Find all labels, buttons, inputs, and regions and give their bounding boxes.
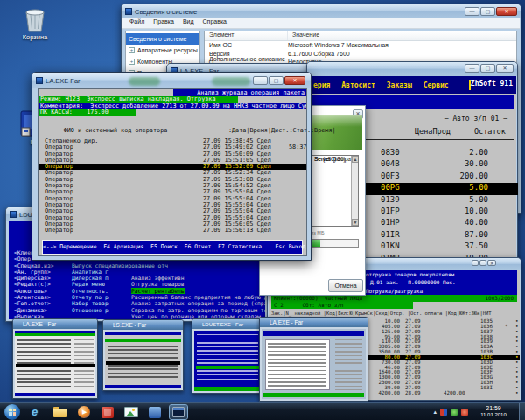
menu-item[interactable]: ерия bbox=[313, 81, 330, 89]
taskbar-media-player-icon[interactable]: ▶ bbox=[75, 405, 93, 419]
system-info-menubar: ФайлПравкаВидСправка bbox=[122, 18, 520, 29]
mini-title: LDUST.EXE - Far bbox=[202, 322, 243, 327]
price-row[interactable]: 00F3 200.00 1.0000 bbox=[366, 172, 518, 183]
system-info-icon bbox=[125, 8, 132, 15]
taskbar-console-active-icon[interactable] bbox=[170, 405, 187, 419]
desktop-icon-recycle-bin[interactable]: Корзина bbox=[10, 5, 60, 41]
column-price: ЦенаПрод bbox=[415, 127, 451, 136]
system-tray: ▴ 21:59 11.01.2010 bbox=[433, 403, 525, 420]
maximize-button[interactable] bbox=[480, 260, 486, 266]
menu-row[interactable]: <Редакт(с)> Редак меню Отгрузка товаров bbox=[9, 281, 265, 287]
cancel-button[interactable]: Отмена bbox=[328, 279, 363, 292]
mini-titlebar[interactable]: LS.EXE - Far bbox=[103, 320, 183, 330]
price-row[interactable]: 004B 30.00 4.0000 bbox=[366, 159, 518, 171]
close-button[interactable]: ✕ bbox=[496, 7, 517, 16]
maximize-button[interactable]: ▢ bbox=[480, 7, 495, 16]
system-info-window-controls: — ▢ ✕ bbox=[464, 7, 517, 16]
show-desktop-button[interactable] bbox=[519, 403, 525, 420]
console-icon bbox=[106, 323, 111, 328]
menu-item[interactable]: Вид bbox=[183, 18, 194, 24]
system-info-titlebar[interactable]: Сведения о системе bbox=[122, 4, 521, 18]
mini-window-ls[interactable]: LS.EXE - Far bbox=[102, 319, 184, 391]
price-row[interactable]: 01IR 87.00 1.0000 bbox=[366, 230, 518, 242]
maximize-button[interactable]: ▢ bbox=[480, 64, 495, 73]
nav-item[interactable]: + Аппаратные ресурсы bbox=[126, 45, 200, 56]
component-list-item[interactable]: (x86) bbox=[323, 156, 336, 162]
operator-log-list: Степаненко дир. 27.09 15:38:45 Сдел Опер… bbox=[38, 138, 306, 234]
console-icon bbox=[36, 77, 43, 84]
mini-window-ldust[interactable]: LDUST.EXE - Far bbox=[192, 318, 263, 394]
price-table: 0830 2.00 24.0000 004B 30.00 4.0000 00F3… bbox=[366, 148, 518, 265]
close-button[interactable]: ✕ bbox=[284, 76, 305, 85]
scrollbar[interactable]: ▲ ▼ bbox=[351, 156, 358, 226]
menu-row[interactable]: <Алкоголь> Отчетность. Расчет рентабель bbox=[9, 288, 265, 294]
mini-titlebar[interactable]: LA.EXE - Far bbox=[13, 319, 97, 329]
minimize-button[interactable]: — bbox=[465, 64, 480, 73]
mini-title: LA.EXE - Far bbox=[270, 319, 303, 326]
nav-item[interactable]: + Сведения о системе bbox=[126, 33, 200, 45]
log-row[interactable]: Оператор 27.09 15:56:13 Сдел bbox=[38, 228, 306, 234]
mini-titlebar[interactable]: LDUST.EXE - Far bbox=[192, 319, 262, 329]
tray-alert-icon[interactable] bbox=[461, 409, 468, 416]
price-row[interactable]: 01KN 37.50 2.0000 bbox=[366, 242, 518, 253]
scroll-down-icon[interactable]: ▼ bbox=[352, 219, 359, 226]
price-row[interactable]: 0139 5.00 2.0000 bbox=[366, 195, 518, 206]
taskbar-explorer-icon[interactable] bbox=[52, 405, 69, 419]
taskbar-red-app-icon[interactable] bbox=[99, 405, 116, 419]
minimize-button[interactable]: — bbox=[465, 7, 480, 16]
client-info: Клиент:(00000) частный лица bbox=[274, 295, 362, 301]
taskbar-ie-icon[interactable]: e bbox=[28, 405, 46, 419]
column-header-element[interactable]: Элемент bbox=[205, 32, 288, 40]
list-header: ФИО и системный код оператора :Дата|Врем… bbox=[38, 127, 306, 134]
menu-row[interactable]: <Ан. групп> Аналитика г bbox=[9, 269, 265, 275]
mode-line: Режим: Н123 Экспресс выписка накладная. … bbox=[38, 96, 238, 103]
menu-row[interactable]: <Агентская> Отчету по р Расширенный бала… bbox=[9, 294, 265, 300]
close-button[interactable]: ✕ bbox=[487, 260, 496, 266]
price-row[interactable]: 00PG 5.00 1.0000 bbox=[366, 183, 518, 194]
mini-content bbox=[194, 331, 261, 391]
tray-update-icon[interactable] bbox=[451, 409, 458, 416]
menu-row[interactable]: <Динамика> Отношение р Справка по затр. … bbox=[9, 307, 265, 313]
scroll-up-icon[interactable]: ▲ bbox=[352, 156, 359, 163]
client-line: Клиент:(00000) частный лица 1003/2000 bbox=[271, 295, 517, 302]
menu-row[interactable]: <Специал.из> Выпуск специализированные о… bbox=[9, 262, 265, 269]
client-counter: 1003/2000 bbox=[485, 295, 514, 301]
log-title: LA.EXE Far bbox=[46, 77, 80, 85]
clock-date: 11.01.2010 bbox=[475, 412, 512, 418]
price-row[interactable]: 01FP 10.00 2.0000 bbox=[366, 206, 518, 218]
sub-line: С 2 Сбт: Авто з/п bbox=[271, 302, 413, 309]
menu-item[interactable]: Файл bbox=[130, 18, 144, 24]
tray-flag-icon[interactable] bbox=[440, 409, 447, 416]
mini-window-la[interactable]: LA.EXE - Far bbox=[12, 318, 98, 399]
menu-item[interactable]: Автосист bbox=[341, 81, 375, 89]
expand-icon[interactable]: + bbox=[129, 47, 135, 53]
taskbar-clock[interactable]: 21:59 11.01.2010 bbox=[475, 405, 512, 419]
mini-titlebar[interactable]: LA.EXE - Far bbox=[260, 318, 368, 327]
hidden-icons-chevron-icon[interactable]: ▴ bbox=[433, 409, 437, 416]
price-row[interactable]: 0830 2.00 24.0000 bbox=[366, 148, 518, 159]
column-header-value[interactable]: Значение bbox=[288, 32, 319, 40]
menu-item[interactable]: Заказы bbox=[387, 81, 412, 89]
taskbar-blue-app-icon[interactable] bbox=[146, 405, 164, 419]
menu-item[interactable]: Справка bbox=[203, 18, 227, 24]
price-row[interactable]: 01HP 40.00 26.0000 bbox=[366, 218, 518, 229]
menu-row[interactable]: <Дилерская> Дилерская п Анализ эффективн bbox=[9, 275, 265, 281]
taskbar-photo-viewer-icon[interactable] bbox=[122, 405, 140, 419]
log-content: Анализ журнала операция пакета Режим: Н1… bbox=[38, 88, 307, 256]
expand-icon[interactable]: + bbox=[129, 59, 135, 65]
maximize-button[interactable]: ▢ bbox=[269, 76, 284, 85]
console-icon bbox=[10, 211, 17, 218]
close-button[interactable]: ✕ bbox=[496, 64, 514, 73]
start-button[interactable] bbox=[3, 404, 22, 420]
zhsoft-menubar: ерияАвтосистЗаказыСервис ZhSoft 911 bbox=[308, 76, 516, 94]
menu-row[interactable]: <Гол.отчет> Набор товар Анализ затратных… bbox=[9, 300, 265, 306]
minimize-button[interactable] bbox=[472, 260, 479, 266]
console-icon bbox=[262, 320, 268, 326]
minimize-button[interactable]: — bbox=[253, 76, 268, 85]
menu-item[interactable]: Правка bbox=[153, 18, 174, 24]
desktop: Корзина Lar Сведения о системе — ▢ ✕ Фай… bbox=[0, 0, 525, 420]
mini-window-la2[interactable]: LA.EXE - Far bbox=[259, 317, 368, 402]
menu-item[interactable]: Сервис bbox=[424, 81, 449, 89]
log-window: LA.EXE Far — ▢ ✕ Анализ журнала операция… bbox=[32, 72, 312, 261]
system-info-row[interactable]: Имя ОС Microsoft Windows 7 Максимальная bbox=[205, 41, 516, 50]
